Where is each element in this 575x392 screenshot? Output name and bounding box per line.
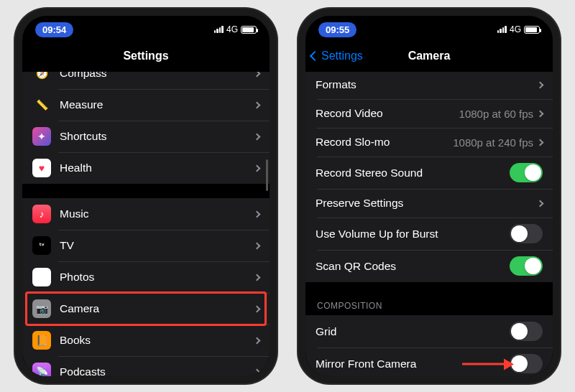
back-button[interactable]: Settings bbox=[311, 50, 363, 62]
grid-toggle[interactable] bbox=[510, 322, 543, 341]
chevron-right-icon bbox=[254, 101, 261, 108]
chevron-right-icon bbox=[254, 72, 261, 77]
chevron-right-icon bbox=[254, 210, 261, 218]
settings-row-shortcuts[interactable]: ✦Shortcuts bbox=[22, 121, 270, 152]
chevron-right-icon bbox=[537, 81, 544, 88]
health-icon: ♥ bbox=[32, 159, 51, 177]
phone-settings: 09:54 4G Settings 🧭Compass📏Measure✦Short… bbox=[15, 9, 277, 383]
chevron-right-icon bbox=[537, 110, 544, 117]
row-label: Health bbox=[60, 162, 254, 174]
chevron-right-icon bbox=[254, 337, 261, 344]
shortcuts-icon: ✦ bbox=[32, 127, 51, 146]
camera-row-recvideo[interactable]: Record Video1080p at 60 fps bbox=[305, 99, 553, 128]
settings-row-photos[interactable]: ✿Photos bbox=[22, 261, 270, 293]
scrollbar-icon bbox=[266, 159, 268, 191]
nav-bar: Settings Camera bbox=[305, 40, 553, 72]
camera-row-recslomo[interactable]: Record Slo-mo1080p at 240 fps bbox=[305, 128, 553, 157]
battery-icon bbox=[524, 26, 540, 34]
row-label: Camera bbox=[60, 302, 254, 315]
settings-row-health[interactable]: ♥Health bbox=[22, 152, 270, 184]
tv-icon: ᵗᵛ bbox=[32, 236, 51, 255]
settings-row-books[interactable]: 📙Books bbox=[22, 325, 270, 356]
nav-bar: Settings bbox=[22, 40, 270, 72]
row-label: Record Video bbox=[316, 107, 459, 120]
row-detail: 1080p at 60 fps bbox=[459, 108, 533, 120]
row-label: Podcasts bbox=[60, 365, 254, 376]
status-time-badge[interactable]: 09:54 bbox=[35, 22, 73, 37]
settings-row-music[interactable]: ♪Music bbox=[22, 198, 270, 230]
status-right: 4G bbox=[214, 24, 257, 34]
chevron-right-icon bbox=[254, 368, 261, 375]
row-label: Grid bbox=[316, 325, 510, 338]
camera-row-mirror: Mirror Front Camera bbox=[305, 347, 553, 376]
qr-toggle[interactable] bbox=[510, 256, 543, 276]
chevron-right-icon bbox=[537, 200, 544, 207]
volburst-toggle[interactable] bbox=[510, 224, 543, 243]
notch bbox=[375, 16, 483, 33]
nav-title: Settings bbox=[123, 50, 168, 62]
music-icon: ♪ bbox=[32, 205, 51, 223]
chevron-right-icon bbox=[537, 139, 544, 146]
arrow-annotation bbox=[462, 363, 512, 365]
cellular-type: 4G bbox=[226, 24, 238, 34]
row-label: Formats bbox=[316, 78, 538, 91]
settings-row-tv[interactable]: ᵗᵛTV bbox=[22, 230, 270, 261]
chevron-left-icon bbox=[310, 51, 320, 61]
status-time-badge[interactable]: 09:55 bbox=[318, 22, 356, 37]
phone-camera-settings: 09:55 4G Settings Camera FormatsRecord V… bbox=[298, 9, 560, 383]
stereo-toggle[interactable] bbox=[510, 163, 543, 182]
signal-icon bbox=[497, 26, 507, 33]
settings-row-podcasts[interactable]: 📡Podcasts bbox=[22, 356, 270, 376]
battery-icon bbox=[241, 26, 257, 34]
signal-icon bbox=[214, 26, 224, 33]
row-detail: 1080p at 240 fps bbox=[453, 136, 533, 149]
photos-icon: ✿ bbox=[32, 268, 51, 286]
row-label: Photos bbox=[60, 271, 254, 284]
podcasts-icon: 📡 bbox=[32, 363, 51, 376]
row-label: Use Volume Up for Burst bbox=[316, 228, 510, 241]
row-label: Scan QR Codes bbox=[316, 260, 510, 273]
row-label: Record Slo-mo bbox=[316, 136, 453, 149]
nav-title: Camera bbox=[408, 50, 451, 62]
chevron-right-icon bbox=[254, 242, 261, 249]
settings-row-camera[interactable]: 📷Camera bbox=[22, 293, 270, 325]
measure-icon: 📏 bbox=[32, 95, 51, 114]
camera-row-preserve[interactable]: Preserve Settings bbox=[305, 189, 553, 218]
camera-row-volburst: Use Volume Up for Burst bbox=[305, 218, 553, 250]
section-header: COMPOSITION bbox=[305, 297, 553, 315]
row-label: Shortcuts bbox=[60, 130, 254, 143]
camera-row-qr: Scan QR Codes bbox=[305, 250, 553, 282]
compass-icon: 🧭 bbox=[32, 72, 51, 83]
chevron-right-icon bbox=[254, 305, 261, 312]
settings-list[interactable]: 🧭Compass📏Measure✦Shortcuts♥Health♪Musicᵗ… bbox=[22, 72, 270, 376]
camera-row-stereo: Record Stereo Sound bbox=[305, 157, 553, 189]
row-label: Record Stereo Sound bbox=[316, 167, 510, 179]
books-icon: 📙 bbox=[32, 331, 51, 350]
row-label: Compass bbox=[60, 72, 254, 80]
camera-row-formats[interactable]: Formats bbox=[305, 72, 553, 99]
camera-row-grid: Grid bbox=[305, 315, 553, 347]
row-label: Preserve Settings bbox=[316, 197, 538, 210]
row-label: Books bbox=[60, 334, 254, 347]
chevron-right-icon bbox=[254, 164, 261, 172]
chevron-right-icon bbox=[254, 133, 261, 140]
row-label: Measure bbox=[60, 98, 254, 111]
settings-row-measure[interactable]: 📏Measure bbox=[22, 89, 270, 121]
settings-row-compass[interactable]: 🧭Compass bbox=[22, 72, 270, 89]
mirror-toggle[interactable] bbox=[510, 354, 543, 373]
row-label: Music bbox=[60, 207, 254, 220]
chevron-right-icon bbox=[254, 274, 261, 281]
notch bbox=[92, 16, 200, 33]
back-label: Settings bbox=[321, 50, 363, 62]
camera-settings-list[interactable]: FormatsRecord Video1080p at 60 fpsRecord… bbox=[305, 72, 553, 376]
status-right: 4G bbox=[497, 24, 540, 34]
row-label: TV bbox=[60, 239, 254, 252]
cellular-type: 4G bbox=[510, 24, 521, 34]
camera-icon: 📷 bbox=[32, 299, 51, 318]
